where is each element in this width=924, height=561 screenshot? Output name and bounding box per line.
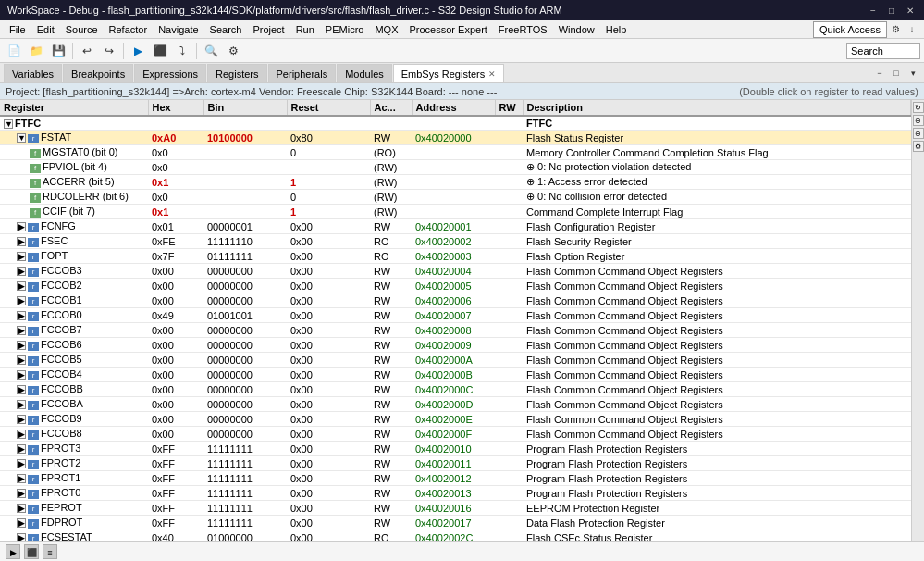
menu-run[interactable]: Run xyxy=(290,22,320,37)
bottom-btn-1[interactable]: ▶ xyxy=(6,544,20,559)
table-row[interactable]: ▶rFCCOB40x00000000000x00RW0x4002000BFlas… xyxy=(0,368,911,382)
menu-search[interactable]: Search xyxy=(204,22,248,37)
table-row[interactable]: ▶rFCCOBA0x00000000000x00RW0x4002000DFlas… xyxy=(0,397,911,412)
expand-icon[interactable]: ▶ xyxy=(17,444,26,454)
toolbar-extra-btn1[interactable]: ⚙ xyxy=(887,21,904,38)
expand-icon[interactable]: ▶ xyxy=(17,385,26,394)
expand-icon[interactable]: ▶ xyxy=(17,311,26,320)
table-row[interactable]: ▶rFOPT0x7F011111110x00RO0x40020003Flash … xyxy=(0,249,911,264)
tab-modules[interactable]: Modules xyxy=(337,64,392,82)
table-row[interactable]: ▶rFCNFG0x01000000010x00RW0x40020001Flash… xyxy=(0,219,911,234)
expand-icon[interactable]: ▶ xyxy=(17,355,26,365)
table-row[interactable]: ▶rFCCOBB0x00000000000x00RW0x4002000CFlas… xyxy=(0,382,911,397)
tab-minimize-btn[interactable]: − xyxy=(872,66,887,81)
table-row[interactable]: ▶rFCCOB10x00000000000x00RW0x40020006Flas… xyxy=(0,293,911,308)
expand-icon[interactable]: ▼ xyxy=(4,119,13,129)
bottom-btn-2[interactable]: ⬛ xyxy=(24,544,39,559)
search-input[interactable] xyxy=(846,43,920,59)
table-row[interactable]: fFPVIOL (bit 4)0x0(RW)⊕ 0: No protection… xyxy=(0,160,911,175)
table-row[interactable]: ▶rFPROT10xFF111111110x00RW0x40020012Prog… xyxy=(0,471,911,486)
menu-window[interactable]: Window xyxy=(553,22,600,37)
toolbar-btn-step[interactable]: ⤵ xyxy=(172,41,192,61)
close-button[interactable]: ✕ xyxy=(904,4,917,17)
expand-icon[interactable]: ▶ xyxy=(17,459,26,468)
menu-source[interactable]: Source xyxy=(60,22,104,37)
table-row[interactable]: ▶rFPROT30xFF111111110x00RW0x40020010Prog… xyxy=(0,442,911,456)
menu-freertos[interactable]: FreeRTOS xyxy=(493,22,553,37)
table-row[interactable]: ▶rFPROT20xFF111111110x00RW0x40020011Prog… xyxy=(0,456,911,471)
expand-icon[interactable]: ▶ xyxy=(17,267,26,276)
expand-icon[interactable]: ▶ xyxy=(17,326,26,335)
table-row[interactable]: ▶rFCCOB90x00000000000x00RW0x4002000EFlas… xyxy=(0,412,911,427)
menu-help[interactable]: Help xyxy=(600,22,633,37)
quick-access-button[interactable]: Quick Access xyxy=(813,21,887,38)
tab-expressions[interactable]: Expressions xyxy=(134,64,206,82)
side-btn-settings[interactable]: ⚙ xyxy=(913,141,924,152)
expand-icon[interactable]: ▶ xyxy=(17,415,26,424)
expand-icon[interactable]: ▶ xyxy=(17,400,26,409)
toolbar-btn-undo[interactable]: ↩ xyxy=(77,41,97,61)
table-row[interactable]: ▶rFSEC0xFE111111100x00RO0x40020002Flash … xyxy=(0,234,911,249)
toolbar-btn-debug[interactable]: ▶ xyxy=(128,41,148,61)
tab-maximize-btn[interactable]: □ xyxy=(889,66,904,81)
toolbar-btn-5[interactable]: ⚙ xyxy=(223,41,243,61)
toolbar-btn-new[interactable]: 📄 xyxy=(4,41,24,61)
toolbar-btn-open[interactable]: 📁 xyxy=(26,41,46,61)
table-row[interactable]: ▶rFDPROT0xFF111111110x00RW0x40020017Data… xyxy=(0,516,911,530)
expand-icon[interactable]: ▼ xyxy=(17,133,26,143)
toolbar-extra-btn2[interactable]: ↓ xyxy=(904,21,920,38)
table-row[interactable]: ▶rFCCOB50x00000000000x00RW0x4002000AFlas… xyxy=(0,353,911,368)
expand-icon[interactable]: ▶ xyxy=(17,474,26,483)
table-row[interactable]: ▶rFPROT00xFF111111110x00RW0x40020013Prog… xyxy=(0,486,911,501)
side-btn-collapse[interactable]: ⊖ xyxy=(913,115,924,126)
expand-icon[interactable]: ▶ xyxy=(17,533,26,541)
menu-refactor[interactable]: Refactor xyxy=(104,22,154,37)
table-row[interactable]: ▼FTFCFTFC xyxy=(0,116,911,131)
expand-icon[interactable]: ▶ xyxy=(17,252,26,261)
tab-embsys-close[interactable]: ✕ xyxy=(488,69,496,79)
expand-icon[interactable]: ▶ xyxy=(17,281,26,291)
table-row[interactable]: ▶rFCSESTAT0x40010000000x00RO0x4002002CFl… xyxy=(0,530,911,542)
expand-icon[interactable]: ▶ xyxy=(17,341,26,350)
tab-viewmenu-btn[interactable]: ▾ xyxy=(906,66,920,81)
bottom-btn-3[interactable]: ≡ xyxy=(43,544,57,559)
table-row[interactable]: ▶rFCCOB20x00000000000x00RW0x40020005Flas… xyxy=(0,279,911,293)
table-row[interactable]: fMGSTAT0 (bit 0)0x00(RO)Memory Controlle… xyxy=(0,145,911,160)
minimize-button[interactable]: − xyxy=(867,4,880,17)
toolbar-btn-redo[interactable]: ↪ xyxy=(99,41,119,61)
table-row[interactable]: ▶rFCCOB80x00000000000x00RW0x4002000FFlas… xyxy=(0,427,911,442)
tab-registers[interactable]: Registers xyxy=(207,64,266,82)
menu-navigate[interactable]: Navigate xyxy=(153,22,203,37)
toolbar-btn-save[interactable]: 💾 xyxy=(48,41,68,61)
expand-icon[interactable]: ▶ xyxy=(17,430,26,439)
register-table-container[interactable]: Register Hex Bin Reset Ac... Address RW … xyxy=(0,100,911,541)
table-row[interactable]: fCCIF (bit 7)0x11(RW)Command Complete In… xyxy=(0,205,911,219)
side-btn-expand[interactable]: ⊕ xyxy=(913,128,924,139)
menu-project[interactable]: Project xyxy=(247,22,290,37)
tab-peripherals[interactable]: Peripherals xyxy=(268,64,337,82)
menu-file[interactable]: File xyxy=(4,22,31,37)
table-row[interactable]: ▶rFCCOB00x49010010010x00RW0x40020007Flas… xyxy=(0,308,911,323)
expand-icon[interactable]: ▶ xyxy=(17,222,26,231)
side-btn-refresh[interactable]: ↻ xyxy=(913,102,924,113)
table-row[interactable]: ▶rFCCOB30x00000000000x00RW0x40020004Flas… xyxy=(0,264,911,279)
menu-mqx[interactable]: MQX xyxy=(369,22,403,37)
expand-icon[interactable]: ▶ xyxy=(17,296,26,305)
toolbar-btn-4[interactable]: 🔍 xyxy=(201,41,221,61)
table-row[interactable]: ▶rFCCOB60x00000000000x00RW0x40020009Flas… xyxy=(0,338,911,353)
table-row[interactable]: fRDCOLERR (bit 6)0x00(RW)⊕ 0: No collisi… xyxy=(0,190,911,205)
toolbar-btn-stop[interactable]: ⬛ xyxy=(150,41,170,61)
maximize-button[interactable]: □ xyxy=(885,4,898,17)
table-row[interactable]: fACCERR (bit 5)0x11(RW)⊕ 1: Access error… xyxy=(0,175,911,190)
menu-pemicro[interactable]: PEMicro xyxy=(320,22,370,37)
table-row[interactable]: ▶rFCCOB70x00000000000x00RW0x40020008Flas… xyxy=(0,323,911,338)
expand-icon[interactable]: ▶ xyxy=(17,504,26,513)
table-row[interactable]: ▼rFSTAT0xA0101000000x80RW0x40020000Flash… xyxy=(0,131,911,145)
table-row[interactable]: ▶rFEPROT0xFF111111110x00RW0x40020016EEPR… xyxy=(0,501,911,516)
menu-processor-expert[interactable]: Processor Expert xyxy=(403,22,492,37)
expand-icon[interactable]: ▶ xyxy=(17,518,26,528)
menu-edit[interactable]: Edit xyxy=(31,22,60,37)
tab-variables[interactable]: Variables xyxy=(4,64,62,82)
expand-icon[interactable]: ▶ xyxy=(17,370,26,380)
expand-icon[interactable]: ▶ xyxy=(17,237,26,246)
